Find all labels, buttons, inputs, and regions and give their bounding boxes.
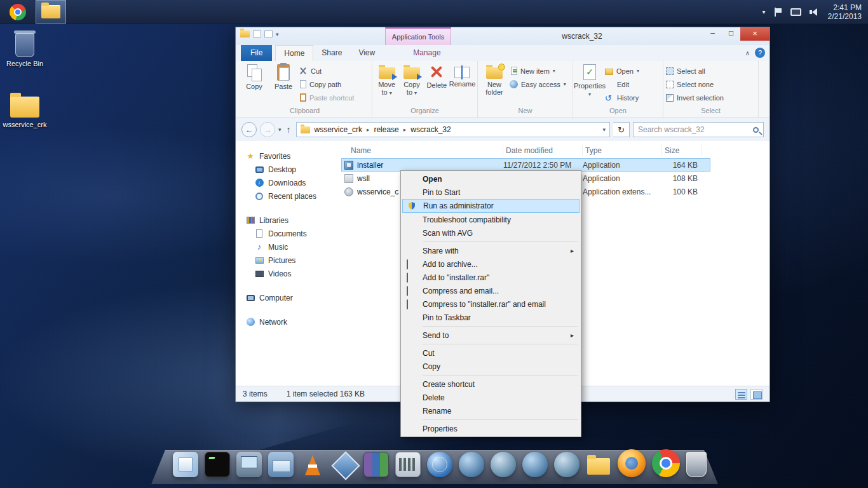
virtualbox-icon[interactable]	[332, 452, 357, 477]
sidebar-item-computer[interactable]: Computer	[236, 291, 341, 304]
new-folder-button[interactable]: New folder	[480, 64, 508, 96]
title-bar[interactable]: ▾ Application Tools wscrack_32 – □ ×	[236, 27, 770, 45]
minimize-button[interactable]: –	[703, 27, 722, 41]
column-header-date-modified[interactable]: Date modified	[503, 145, 583, 156]
tray-chevron-icon[interactable]: ▾	[763, 8, 766, 15]
forward-button[interactable]: →	[260, 122, 275, 137]
menu-item-pin-to-taskbar[interactable]: Pin to Taskbar	[402, 311, 580, 324]
back-button[interactable]: ←	[241, 122, 257, 137]
delete-button[interactable]: Delete	[425, 64, 449, 89]
tab-manage[interactable]: Manage	[405, 45, 449, 61]
menu-item-rename[interactable]: Rename	[402, 404, 580, 417]
paste-button[interactable]: Paste	[269, 64, 297, 90]
open-button[interactable]: Open ▾	[605, 65, 639, 76]
maximize-button[interactable]: □	[722, 27, 740, 41]
qat-button-icon[interactable]	[264, 30, 273, 37]
menu-item-properties[interactable]: Properties	[402, 422, 580, 435]
nav-history-chevron-icon[interactable]: ▾	[278, 126, 281, 133]
taskbar-clock[interactable]: 2:41 PM 2/21/2013	[828, 3, 862, 21]
menu-item-create-shortcut[interactable]: Create shortcut	[402, 377, 580, 391]
menu-item-compress-to-installer-rar-and-email[interactable]: Compress to "installer.rar" and email	[402, 297, 580, 311]
breadcrumb-item[interactable]: release	[374, 125, 398, 134]
menu-item-pin-to-start[interactable]: Pin to Start	[402, 186, 580, 199]
select-none-button[interactable]: Select none	[666, 79, 724, 90]
menu-item-troubleshoot-compatibility[interactable]: Troubleshoot compatibility	[402, 213, 580, 226]
glass-icon[interactable]	[686, 452, 707, 477]
taskbar-explorer-button[interactable]	[36, 0, 66, 24]
column-header-size[interactable]: Size	[662, 145, 702, 156]
refresh-button[interactable]: ↻	[613, 122, 630, 137]
firefox-icon[interactable]	[618, 449, 646, 477]
chrome-dock-icon[interactable]	[652, 449, 680, 477]
command-prompt-icon[interactable]	[205, 452, 230, 477]
menu-item-add-to-archive[interactable]: Add to archive...	[402, 257, 580, 271]
history-button[interactable]: ↺ History	[605, 92, 639, 103]
copy-path-button[interactable]: Copy path	[299, 79, 354, 90]
close-button[interactable]: ×	[740, 27, 770, 41]
sidebar-item-network[interactable]: Network	[236, 315, 341, 329]
menu-item-add-to-installer-rar[interactable]: Add to "installer.rar"	[402, 271, 580, 284]
menu-item-compress-and-email[interactable]: Compress and email...	[402, 284, 580, 297]
winrar-dock-icon[interactable]	[363, 452, 389, 477]
select-all-button[interactable]: Select all	[666, 65, 724, 76]
copy-to-button[interactable]: Copy to ▾	[400, 64, 423, 97]
tab-share[interactable]: Share	[313, 45, 350, 61]
laptop-icon[interactable]	[236, 452, 262, 477]
menu-item-cut[interactable]: Cut	[402, 346, 580, 360]
setup-icon[interactable]	[173, 452, 198, 477]
desktop-icon-wsservice-crk[interactable]: wsservice_crk	[0, 97, 50, 128]
new-item-button[interactable]: New item ▾	[510, 65, 566, 76]
address-chevron-down-icon[interactable]: ▾	[602, 126, 606, 133]
sidebar-item-documents[interactable]: Documents	[236, 227, 341, 240]
sidebar-item-music[interactable]: ♪ Music	[236, 240, 341, 254]
menu-item-open[interactable]: Open	[402, 172, 580, 186]
copy-button[interactable]: Copy	[240, 64, 268, 90]
help-button[interactable]: ?	[755, 48, 765, 58]
up-button[interactable]: ↑	[285, 125, 293, 135]
qat-button-icon[interactable]	[253, 30, 261, 37]
blue-app-icon-1[interactable]	[459, 452, 484, 477]
menu-item-copy[interactable]: Copy	[402, 360, 580, 373]
action-center-flag-icon[interactable]	[774, 8, 782, 17]
menu-item-run-as-administrator[interactable]: Run as administrator	[402, 199, 580, 213]
breadcrumb-item[interactable]: wscrack_32	[410, 125, 451, 134]
search-input[interactable]: Search wscrack_32	[633, 122, 764, 137]
menu-item-share-with[interactable]: Share with ▸	[402, 244, 580, 257]
easy-access-button[interactable]: Easy access ▾	[510, 79, 566, 90]
keyboard-icon[interactable]	[395, 452, 421, 477]
sidebar-item-desktop[interactable]: Desktop	[236, 163, 341, 176]
taskbar-chrome-button[interactable]	[3, 0, 33, 24]
blue-app-icon-2[interactable]	[491, 452, 516, 477]
breadcrumb-item[interactable]: wsservice_crk	[315, 125, 362, 134]
folder-dock-icon[interactable]	[586, 452, 611, 477]
menu-item-scan-with-avg[interactable]: Scan with AVG	[402, 226, 580, 240]
rename-button[interactable]: Rename	[450, 64, 475, 88]
properties-button[interactable]: ✓ Properties ▾	[576, 64, 604, 98]
blue-app-icon-4[interactable]	[554, 452, 580, 477]
breadcrumb-separator-icon[interactable]: ▸	[367, 126, 370, 133]
blue-folder-icon[interactable]	[268, 452, 294, 477]
desktop-icon-recycle-bin[interactable]: Recycle Bin	[0, 33, 50, 67]
address-bar[interactable]: wsservice_crk ▸ release ▸ wscrack_32 ▾	[296, 122, 610, 137]
move-to-button[interactable]: Move to ▾	[375, 64, 398, 97]
sidebar-item-recent-places[interactable]: Recent places	[236, 189, 341, 203]
sidebar-item-favorites[interactable]: ★ Favorites	[236, 149, 341, 163]
network-icon[interactable]	[790, 8, 801, 16]
column-header-name[interactable]: Name	[341, 145, 503, 156]
sidebar-item-downloads[interactable]: ↓ Downloads	[236, 176, 341, 189]
speaker-icon[interactable]	[810, 8, 820, 17]
edit-button[interactable]: Edit	[605, 79, 639, 90]
tab-view[interactable]: View	[350, 45, 383, 61]
sidebar-item-libraries[interactable]: Libraries	[236, 214, 341, 227]
menu-item-delete[interactable]: Delete	[402, 391, 580, 404]
thumbnails-view-button[interactable]	[750, 389, 763, 400]
vlc-icon[interactable]	[300, 452, 325, 477]
qat-chevron-down-icon[interactable]: ▾	[276, 31, 279, 37]
column-header-type[interactable]: Type	[583, 145, 662, 156]
details-view-button[interactable]	[735, 389, 747, 400]
paste-shortcut-button[interactable]: Paste shortcut	[299, 92, 354, 103]
tab-file[interactable]: File	[241, 45, 272, 61]
breadcrumb-separator-icon[interactable]: ▸	[403, 126, 407, 133]
invert-selection-button[interactable]: Invert selection	[666, 92, 724, 103]
blue-app-icon-3[interactable]	[522, 452, 548, 477]
